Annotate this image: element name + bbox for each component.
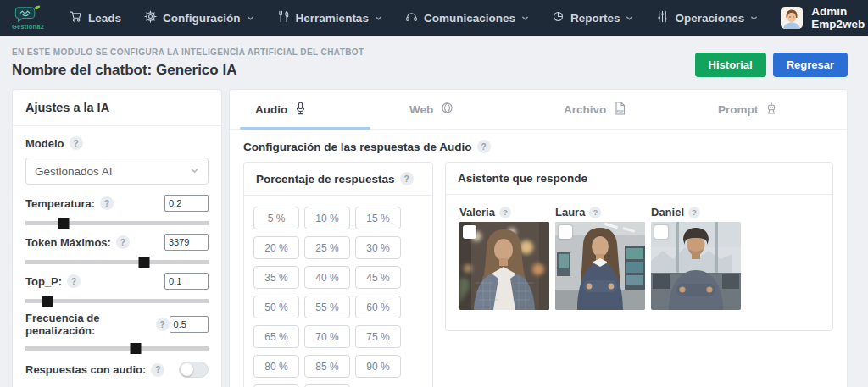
percent-option-button[interactable]: 90 % bbox=[355, 355, 401, 378]
percent-option-button[interactable]: 35 % bbox=[253, 266, 299, 289]
chevron-down-icon bbox=[190, 165, 199, 178]
regresar-button[interactable]: Regresar bbox=[773, 53, 848, 77]
chevron-down-icon bbox=[521, 12, 529, 25]
percent-panel-header: Porcentaje de respuestas ? bbox=[244, 163, 432, 196]
percent-option-button[interactable]: 50 % bbox=[253, 296, 299, 318]
tab-audio[interactable]: Audio bbox=[230, 90, 384, 129]
top-p-slider-thumb[interactable] bbox=[42, 296, 53, 307]
percent-option-button[interactable]: 65 % bbox=[253, 325, 299, 348]
chevron-down-icon bbox=[626, 12, 633, 25]
token-maximos-label: Token Máximos: bbox=[25, 236, 111, 249]
nav-label: Herramientas bbox=[296, 12, 369, 25]
temperatura-slider[interactable] bbox=[25, 221, 209, 225]
help-icon[interactable]: ? bbox=[151, 363, 164, 377]
nav-item-operaciones[interactable]: Operaciones bbox=[656, 10, 758, 25]
tab-prompt[interactable]: Prompt bbox=[693, 90, 847, 129]
top-p-input[interactable]: 0.1 bbox=[164, 273, 209, 290]
page-title: Nombre del chatbot: Generico IA bbox=[12, 62, 364, 79]
help-icon[interactable]: ? bbox=[589, 207, 601, 218]
percent-option-button[interactable]: 60 % bbox=[355, 296, 401, 318]
frecuencia-input[interactable]: 0.5 bbox=[170, 316, 209, 333]
assistant-name: Valeria bbox=[459, 206, 495, 218]
model-label: Modelo bbox=[25, 137, 64, 150]
gear-icon bbox=[144, 10, 157, 25]
respuestas-audio-label: Respuestas con audio: bbox=[25, 363, 146, 376]
frecuencia-slider-thumb[interactable] bbox=[130, 343, 141, 354]
help-icon[interactable]: ? bbox=[156, 318, 170, 331]
tab-web[interactable]: Web bbox=[384, 90, 538, 129]
tab-archivo[interactable]: Archivo PDF bbox=[538, 90, 693, 129]
percent-option-button[interactable]: 15 % bbox=[355, 207, 401, 229]
percent-option-button[interactable]: 30 % bbox=[355, 236, 401, 259]
nav-item-comunicaciones[interactable]: Comunicaciones bbox=[405, 10, 529, 25]
nav-label: Configuración bbox=[163, 12, 241, 25]
temperatura-label: Temperatura: bbox=[25, 197, 95, 210]
user-avatar bbox=[781, 7, 803, 29]
assistant-checkbox-laura[interactable] bbox=[559, 225, 572, 239]
percent-option-button[interactable]: 25 % bbox=[304, 236, 350, 259]
headset-icon bbox=[405, 10, 418, 25]
chevron-down-icon bbox=[750, 12, 758, 25]
token-maximos-slider-thumb[interactable] bbox=[139, 257, 150, 268]
page-header: EN ESTE MODULO SE CONFIGURA LA INTELIGEN… bbox=[12, 47, 848, 79]
help-icon[interactable]: ? bbox=[400, 172, 414, 185]
percent-option-button[interactable]: 5 % bbox=[253, 207, 299, 229]
nav-label: Comunicaciones bbox=[424, 12, 515, 25]
pie-chart-icon bbox=[552, 10, 565, 25]
assistant-panel: Asistente que responde Valeria ? bbox=[445, 162, 833, 331]
historial-button[interactable]: Historial bbox=[695, 53, 766, 77]
nav-item-configuracion[interactable]: Configuración bbox=[144, 10, 254, 25]
nav-label: Operaciones bbox=[675, 12, 744, 25]
help-icon[interactable]: ? bbox=[688, 207, 700, 218]
nav-item-leads[interactable]: Leads bbox=[70, 10, 121, 25]
respuestas-audio-label-row: Respuestas con audio: ? bbox=[25, 363, 164, 377]
top-p-slider[interactable] bbox=[25, 299, 209, 303]
help-icon[interactable]: ? bbox=[100, 196, 114, 210]
temperatura-input[interactable]: 0.2 bbox=[164, 195, 209, 212]
percent-option-button[interactable]: 80 % bbox=[253, 355, 299, 378]
user-menu[interactable]: Admin Emp2web bbox=[781, 5, 865, 30]
gestiona2-logo[interactable]: Gestiona2 bbox=[12, 5, 44, 30]
help-icon[interactable]: ? bbox=[70, 136, 83, 150]
token-maximos-slider[interactable] bbox=[25, 260, 209, 264]
percent-option-button[interactable]: 70 % bbox=[304, 325, 350, 348]
nav-item-reportes[interactable]: Reportes bbox=[552, 10, 634, 25]
help-icon[interactable]: ? bbox=[477, 140, 491, 153]
section-title: Configuración de las respuestas de Audio bbox=[243, 141, 472, 153]
section-title-row: Configuración de las respuestas de Audio… bbox=[243, 140, 833, 153]
assistant-photo-daniel[interactable] bbox=[651, 222, 741, 310]
percent-option-button[interactable]: 20 % bbox=[253, 236, 299, 259]
respuestas-audio-toggle[interactable] bbox=[179, 362, 209, 378]
percent-panel: Porcentaje de respuestas ? 5 % 10 % 15 %… bbox=[243, 162, 433, 387]
nav-item-herramientas[interactable]: Herramientas bbox=[277, 10, 382, 25]
percent-option-button[interactable]: 40 % bbox=[304, 266, 350, 289]
help-icon[interactable]: ? bbox=[116, 235, 130, 249]
assistant-photo-laura[interactable] bbox=[555, 222, 645, 310]
percent-option-button[interactable]: 55 % bbox=[304, 296, 350, 318]
token-maximos-input[interactable]: 3379 bbox=[164, 234, 209, 251]
temperatura-slider-thumb[interactable] bbox=[58, 218, 70, 229]
top-navbar: Gestiona2 Leads Configuración Her bbox=[0, 0, 868, 36]
token-maximos-label-row: Token Máximos: ? bbox=[25, 235, 130, 249]
assistant-checkbox-valeria[interactable] bbox=[463, 225, 476, 239]
assistant-card-daniel: Daniel ? bbox=[651, 206, 741, 310]
nav-label: Reportes bbox=[570, 12, 620, 25]
model-select[interactable]: Gestionados AI bbox=[25, 158, 209, 185]
pdf-file-icon: PDF bbox=[614, 102, 626, 118]
assistant-photo-valeria[interactable] bbox=[459, 222, 549, 310]
ai-settings-title: Ajustes a la IA bbox=[13, 90, 221, 126]
percent-option-button[interactable]: 10 % bbox=[304, 207, 350, 229]
utensils-icon bbox=[277, 10, 290, 25]
percent-option-button[interactable]: 45 % bbox=[355, 266, 401, 289]
tab-label: Web bbox=[409, 103, 433, 116]
assistant-checkbox-daniel[interactable] bbox=[654, 225, 668, 239]
help-icon[interactable]: ? bbox=[67, 274, 81, 288]
frecuencia-label: Frecuencia de penalización: bbox=[25, 312, 151, 337]
percent-option-button[interactable]: 75 % bbox=[355, 325, 401, 348]
help-icon[interactable]: ? bbox=[499, 207, 511, 218]
top-p-label: Top_P: bbox=[25, 275, 62, 288]
percent-option-button[interactable]: 85 % bbox=[304, 355, 350, 378]
model-select-value: Gestionados AI bbox=[35, 165, 113, 178]
chevron-down-icon bbox=[375, 12, 382, 25]
frecuencia-slider[interactable] bbox=[25, 346, 209, 351]
